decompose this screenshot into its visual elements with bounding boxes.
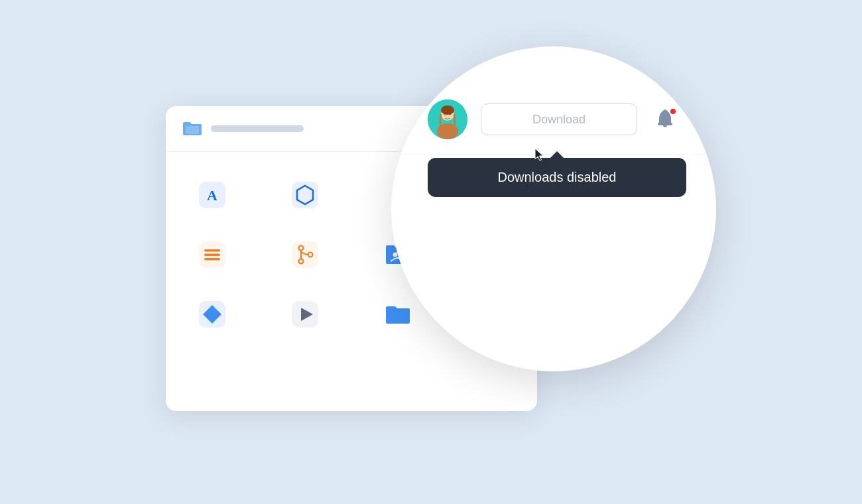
notification-bell[interactable] <box>650 105 680 134</box>
downloads-disabled-tooltip: Downloads disabled <box>428 158 686 197</box>
grid-cell-hex <box>259 165 351 225</box>
grid-cell-lines <box>166 225 259 284</box>
grid-cell-branch <box>259 225 351 284</box>
play-icon <box>290 300 320 329</box>
tooltip-text: Downloads disabled <box>497 170 616 185</box>
zoom-circle: Download Downloads disabled <box>391 46 716 371</box>
svg-point-27 <box>444 113 446 115</box>
diamond-icon <box>198 300 227 329</box>
folder-header-icon <box>182 119 203 138</box>
breadcrumb-bar <box>211 125 304 132</box>
main-scene: A <box>166 66 696 438</box>
download-button[interactable]: Download <box>481 103 637 135</box>
arcula-icon: A <box>198 180 227 210</box>
svg-text:A: A <box>207 187 217 204</box>
svg-point-28 <box>450 113 452 115</box>
svg-rect-0 <box>186 126 199 134</box>
hex-icon <box>290 180 320 210</box>
branch-icon <box>290 240 320 269</box>
grid-cell-diamond <box>166 284 259 344</box>
lines-icon <box>198 240 227 269</box>
notification-badge <box>669 107 677 115</box>
grid-cell-play <box>259 284 351 344</box>
svg-rect-6 <box>204 249 220 252</box>
folder-plain-icon <box>383 300 412 329</box>
svg-rect-8 <box>204 258 220 261</box>
svg-point-26 <box>441 105 454 115</box>
grid-cell-arcula: A <box>166 165 259 225</box>
user-avatar <box>428 99 467 139</box>
svg-rect-7 <box>204 254 220 257</box>
zoomed-header: Download <box>428 99 680 139</box>
svg-rect-29 <box>658 123 672 125</box>
download-button-label: Download <box>532 113 585 127</box>
